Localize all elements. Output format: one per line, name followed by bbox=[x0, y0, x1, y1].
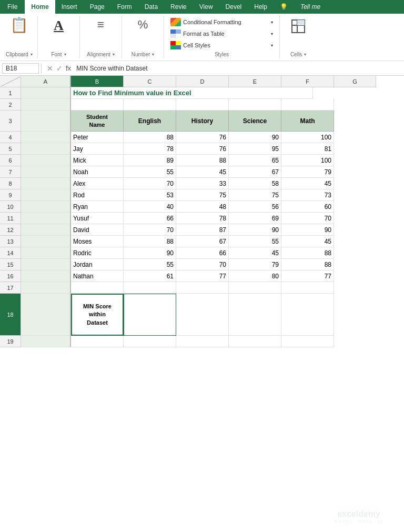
col-header-d[interactable]: D bbox=[176, 76, 229, 87]
cell-a16[interactable] bbox=[21, 270, 71, 282]
cell-e5[interactable]: 95 bbox=[229, 143, 281, 155]
cell-d2[interactable] bbox=[176, 99, 229, 111]
cell-b16[interactable]: Nathan bbox=[71, 270, 124, 282]
row-num-1[interactable]: 1 bbox=[0, 87, 21, 99]
row-num-10[interactable]: 10 bbox=[0, 201, 21, 213]
cell-d19[interactable] bbox=[176, 336, 229, 347]
cell-d16[interactable]: 77 bbox=[176, 270, 229, 282]
cell-f6[interactable]: 100 bbox=[281, 155, 334, 166]
cell-reference[interactable]: B18 bbox=[2, 63, 39, 74]
format-as-table-button[interactable]: Format as Table ▾ bbox=[168, 28, 275, 39]
tab-view[interactable]: View bbox=[193, 0, 219, 14]
cell-f2[interactable] bbox=[281, 99, 334, 111]
cell-c18[interactable] bbox=[124, 294, 176, 336]
cell-b6[interactable]: Mick bbox=[71, 155, 124, 166]
cell-e12[interactable]: 90 bbox=[229, 224, 281, 236]
cell-e9[interactable]: 75 bbox=[229, 189, 281, 201]
col-header-e[interactable]: E bbox=[229, 76, 281, 87]
alignment-label[interactable]: Alignment ▾ bbox=[87, 52, 114, 57]
tab-bulb[interactable]: 💡 bbox=[274, 0, 294, 14]
cell-f15[interactable]: 88 bbox=[281, 259, 334, 270]
tab-insert[interactable]: Insert bbox=[55, 0, 84, 14]
cell-a10[interactable] bbox=[21, 201, 71, 213]
cell-f4[interactable]: 100 bbox=[281, 132, 334, 143]
cell-f7[interactable]: 79 bbox=[281, 166, 334, 178]
cell-c10[interactable]: 40 bbox=[124, 201, 176, 213]
cell-c12[interactable]: 70 bbox=[124, 224, 176, 236]
row-num-8[interactable]: 8 bbox=[0, 178, 21, 189]
cell-a14[interactable] bbox=[21, 247, 71, 259]
cell-e3-header[interactable]: Science bbox=[229, 111, 281, 132]
cell-e18[interactable] bbox=[229, 294, 281, 336]
row-num-3[interactable]: 3 bbox=[0, 111, 21, 132]
cell-c8[interactable]: 70 bbox=[124, 178, 176, 189]
row-num-9[interactable]: 9 bbox=[0, 189, 21, 201]
cell-f16[interactable]: 77 bbox=[281, 270, 334, 282]
font-button[interactable]: A bbox=[48, 17, 69, 35]
col-header-c[interactable]: C bbox=[124, 76, 176, 87]
cell-e11[interactable]: 69 bbox=[229, 213, 281, 224]
row-num-2[interactable]: 2 bbox=[0, 99, 21, 111]
clipboard-label[interactable]: Clipboard ▾ bbox=[6, 52, 33, 57]
cell-c19[interactable] bbox=[124, 336, 176, 347]
cell-f11[interactable]: 70 bbox=[281, 213, 334, 224]
cell-f12[interactable]: 90 bbox=[281, 224, 334, 236]
cell-a6[interactable] bbox=[21, 155, 71, 166]
formula-input[interactable] bbox=[74, 64, 402, 73]
confirm-formula-icon[interactable]: ✓ bbox=[56, 64, 63, 73]
row-num-13[interactable]: 13 bbox=[0, 236, 21, 247]
cell-e10[interactable]: 56 bbox=[229, 201, 281, 213]
cell-a1[interactable] bbox=[21, 87, 71, 99]
row-num-4[interactable]: 4 bbox=[0, 132, 21, 143]
cell-b14[interactable]: Rodric bbox=[71, 247, 124, 259]
cell-a12[interactable] bbox=[21, 224, 71, 236]
tab-page[interactable]: Page bbox=[84, 0, 111, 14]
cell-e8[interactable]: 58 bbox=[229, 178, 281, 189]
tab-developer[interactable]: Devel bbox=[219, 0, 248, 14]
row-num-19[interactable]: 19 bbox=[0, 336, 21, 347]
cell-a18[interactable] bbox=[21, 294, 71, 336]
cell-c3-header[interactable]: English bbox=[124, 111, 176, 132]
cell-b17[interactable] bbox=[71, 282, 124, 294]
cell-a8[interactable] bbox=[21, 178, 71, 189]
cell-d10[interactable]: 48 bbox=[176, 201, 229, 213]
cell-e6[interactable]: 65 bbox=[229, 155, 281, 166]
cell-f14[interactable]: 88 bbox=[281, 247, 334, 259]
cell-c5[interactable]: 78 bbox=[124, 143, 176, 155]
tab-help[interactable]: Help bbox=[248, 0, 274, 14]
cell-c6[interactable]: 89 bbox=[124, 155, 176, 166]
cell-a9[interactable] bbox=[21, 189, 71, 201]
clipboard-button[interactable]: 📋 bbox=[8, 17, 31, 34]
cell-d3-header[interactable]: History bbox=[176, 111, 229, 132]
cells-label[interactable]: Cells ▾ bbox=[290, 52, 306, 57]
row-num-14[interactable]: 14 bbox=[0, 247, 21, 259]
cell-c16[interactable]: 61 bbox=[124, 270, 176, 282]
cell-b12[interactable]: David bbox=[71, 224, 124, 236]
cell-f19[interactable] bbox=[281, 336, 334, 347]
cell-a3[interactable] bbox=[21, 111, 71, 132]
cell-c7[interactable]: 55 bbox=[124, 166, 176, 178]
row-num-7[interactable]: 7 bbox=[0, 166, 21, 178]
cell-b1[interactable]: How to Find Minimum value in Excel bbox=[71, 87, 313, 99]
conditional-formatting-button[interactable]: Conditional Formatting ▾ bbox=[168, 17, 275, 27]
alignment-button[interactable]: ≡ bbox=[90, 17, 112, 33]
cell-a13[interactable] bbox=[21, 236, 71, 247]
cell-b10[interactable]: Ryan bbox=[71, 201, 124, 213]
tab-review[interactable]: Revie bbox=[164, 0, 193, 14]
cell-c4[interactable]: 88 bbox=[124, 132, 176, 143]
cell-c11[interactable]: 66 bbox=[124, 213, 176, 224]
cell-f3-header[interactable]: Math bbox=[281, 111, 334, 132]
row-num-16[interactable]: 16 bbox=[0, 270, 21, 282]
cell-a17[interactable] bbox=[21, 282, 71, 294]
cell-e7[interactable]: 67 bbox=[229, 166, 281, 178]
cell-c9[interactable]: 53 bbox=[124, 189, 176, 201]
cell-b4[interactable]: Peter bbox=[71, 132, 124, 143]
cell-f17[interactable] bbox=[281, 282, 334, 294]
cell-a19[interactable] bbox=[21, 336, 71, 347]
cell-d7[interactable]: 45 bbox=[176, 166, 229, 178]
col-header-b[interactable]: B bbox=[71, 76, 124, 87]
cell-f13[interactable]: 45 bbox=[281, 236, 334, 247]
cancel-formula-icon[interactable]: ✕ bbox=[47, 64, 53, 73]
row-num-5[interactable]: 5 bbox=[0, 143, 21, 155]
cell-c17[interactable] bbox=[124, 282, 176, 294]
